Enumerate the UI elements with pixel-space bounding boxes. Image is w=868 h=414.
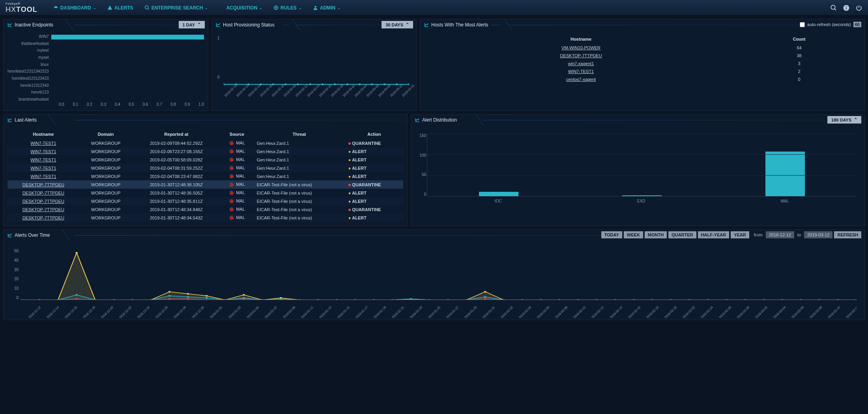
svg-point-138 — [354, 299, 356, 300]
domain-cell: WORKGROUP — [79, 172, 133, 180]
table-row[interactable]: DESKTOP-7TTPDEU38 — [424, 52, 861, 60]
auto-refresh-checkbox[interactable] — [800, 22, 805, 27]
host-link[interactable]: DESKTOP-7TTPDEU — [11, 182, 76, 187]
host-link[interactable]: DESKTOP-7TTPDEU — [11, 215, 76, 220]
host-link[interactable]: WIN7-TEST1 — [568, 69, 594, 74]
chevron-down-icon: ⌄ — [337, 6, 340, 10]
panel-alert-distribution: Alert Distribution 180 DAYS⌃ 150100500 I… — [411, 114, 865, 226]
alert-row[interactable]: DESKTOP-7TTPDEUWORKGROUP2019-01-30T12:48… — [7, 205, 403, 214]
alert-row[interactable]: WIN7-TEST1WORKGROUP2019-02-04T08:31:59.2… — [7, 164, 403, 172]
svg-point-158 — [726, 299, 728, 300]
host-link[interactable]: DESKTOP-7TTPDEU — [560, 53, 602, 58]
xlabel: 2018-12-28 — [170, 305, 193, 318]
domain-cell: WORKGROUP — [79, 147, 133, 155]
svg-point-126 — [131, 299, 134, 300]
range-button-week[interactable]: WEEK — [624, 231, 643, 238]
svg-point-27 — [408, 83, 409, 85]
svg-point-38 — [206, 295, 208, 297]
range-button-today[interactable]: TODAY — [601, 231, 622, 238]
alert-row[interactable]: DESKTOP-7TTPDEUWORKGROUP2019-01-30T12:48… — [7, 180, 403, 189]
alert-row[interactable]: WIN7-TEST1WORKGROUP2019-02-05T00:58:09.0… — [7, 155, 403, 164]
svg-point-151 — [595, 299, 598, 300]
source-cell: 🐞MAL — [220, 180, 253, 189]
xlabel: MAL — [781, 199, 789, 203]
svg-point-128 — [168, 298, 171, 300]
refresh-button[interactable]: REFRESH — [834, 231, 861, 238]
svg-line-7 — [834, 9, 836, 10]
power-icon[interactable] — [855, 4, 862, 11]
host-link[interactable]: DESKTOP-7TTPDEU — [11, 207, 76, 212]
auto-refresh-value[interactable]: 60 — [853, 22, 861, 27]
xlabel: 2019-01-17 — [352, 305, 375, 318]
host-link[interactable]: DESKTOP-7TTPDEU — [11, 199, 76, 204]
host-link[interactable]: win7-xagent1 — [568, 61, 594, 66]
svg-point-156 — [688, 299, 691, 300]
svg-point-40 — [243, 294, 245, 296]
search-icon[interactable] — [830, 4, 837, 11]
range-button-quarter[interactable]: QUARTER — [668, 231, 696, 238]
host-link[interactable]: centos7-xagent — [566, 77, 596, 82]
svg-point-129 — [187, 298, 189, 300]
xlabel: 2019-02-20 — [283, 90, 291, 98]
source-cell: 🐞MAL — [220, 147, 253, 155]
bug-icon: 🐞 — [229, 149, 234, 154]
svg-point-123 — [75, 298, 78, 300]
time-selector[interactable]: 1 DAY⌃ — [179, 21, 205, 28]
count-cell: 3 — [738, 60, 861, 67]
nav-dashboard[interactable]: DASHBOARD ⌄ — [53, 5, 96, 11]
nav-admin[interactable]: ADMIN ⌄ — [313, 5, 340, 11]
svg-point-6 — [831, 5, 835, 9]
host-link[interactable]: WIN7-TEST1 — [11, 166, 76, 170]
xtick: 0.8 — [170, 102, 176, 107]
xlabel: 2019-03-10 — [389, 90, 398, 98]
nav-rules[interactable]: RULES ⌄ — [273, 5, 302, 11]
hosts-table: HostnameCount VM-WIN10-POWER64DESKTOP-7T… — [424, 34, 861, 83]
host-link[interactable]: DESKTOP-7TTPDEU — [11, 191, 76, 195]
host-link[interactable]: WIN7-TEST1 — [11, 174, 76, 179]
svg-point-23 — [359, 83, 361, 85]
col-header: Reported at — [132, 129, 220, 139]
alert-row[interactable]: DESKTOP-7TTPDEUWORKGROUP2019-01-30T12:48… — [7, 214, 403, 222]
nav-acquisition[interactable]: ACQUISITION ⌄ — [219, 5, 262, 11]
xlabel: 2019-03-04 — [354, 90, 362, 98]
table-row[interactable]: win7-xagent13 — [424, 60, 861, 67]
quarantine-icon: ■ — [348, 141, 351, 146]
host-link[interactable]: WIN7-TEST1 — [11, 149, 76, 154]
bar-label: brandnewhostset — [7, 97, 49, 101]
host-link[interactable]: WIN7-TEST1 — [11, 157, 76, 162]
svg-point-147 — [521, 299, 524, 300]
info-icon[interactable] — [843, 4, 850, 11]
to-date[interactable]: 2019-03-12 — [804, 231, 832, 238]
nav-enterprise-search[interactable]: ENTERPRISE SEARCH ⌄ — [144, 5, 208, 11]
bar — [51, 35, 204, 39]
xtick: 0.6 — [142, 102, 148, 107]
svg-point-148 — [540, 299, 542, 300]
action-cell: ● ALERT — [345, 172, 403, 180]
table-row[interactable]: VM-WIN10-POWER64 — [424, 44, 861, 52]
xlabel: 2019-02-16 — [625, 305, 647, 318]
table-row[interactable]: WIN7-TEST12 — [424, 67, 861, 75]
col-header: Action — [345, 129, 403, 139]
host-link[interactable]: WIN7-TEST1 — [11, 141, 76, 146]
alert-row[interactable]: WIN7-TEST1WORKGROUP2019-02-06T23:27:08.1… — [7, 147, 403, 155]
host-link[interactable]: VM-WIN10-POWER — [561, 45, 600, 50]
table-row[interactable]: centos7-xagent0 — [424, 75, 861, 83]
alert-row[interactable]: WIN7-TEST1WORKGROUP2019-02-09T09:44:52.2… — [7, 139, 403, 147]
alert-row[interactable]: WIN7-TEST1WORKGROUP2019-02-04T08:23:47.9… — [7, 172, 403, 180]
chart-icon — [7, 118, 12, 122]
alert-row[interactable]: DESKTOP-7TTPDEUWORKGROUP2019-01-30T12:48… — [7, 189, 403, 197]
range-button-year[interactable]: YEAR — [731, 231, 749, 238]
time-selector[interactable]: 180 DAYS⌃ — [827, 116, 861, 124]
time-selector[interactable]: 30 DAYS⌃ — [382, 21, 413, 28]
from-date[interactable]: 2018-12-12 — [766, 231, 794, 238]
reported-cell: 2019-02-04T08:23:47.982Z — [132, 172, 220, 180]
svg-point-21 — [334, 83, 336, 85]
range-button-half-year[interactable]: HALF-YEAR — [698, 231, 730, 238]
nav-alerts[interactable]: ALERTS — [107, 5, 133, 11]
count-cell: 64 — [738, 44, 861, 52]
range-button-month[interactable]: MONTH — [645, 231, 667, 238]
alert-row[interactable]: DESKTOP-7TTPDEUWORKGROUP2019-01-30T12:48… — [7, 197, 403, 205]
xlabel: 2018-12-26 — [152, 305, 175, 318]
panel-title: Alerts Over Time — [15, 232, 50, 238]
svg-point-159 — [744, 299, 746, 300]
